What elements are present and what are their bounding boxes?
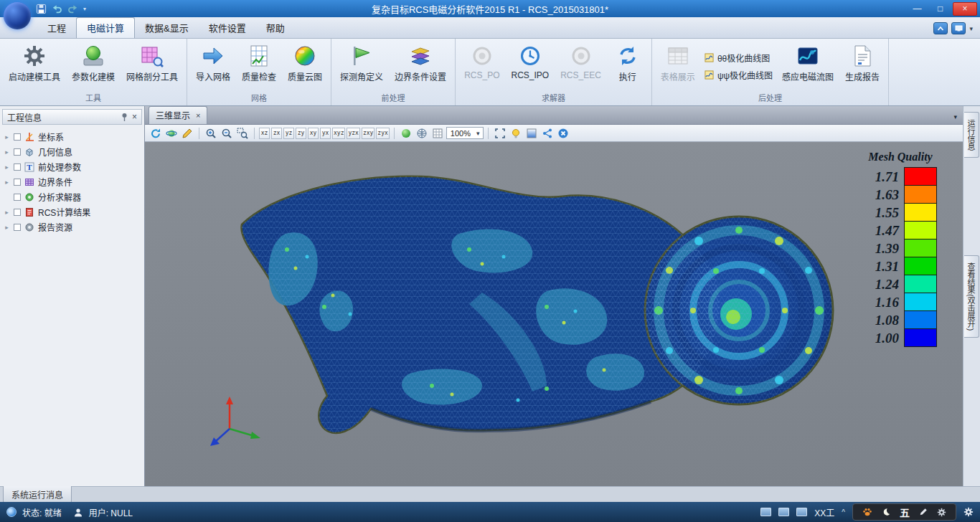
undo-icon[interactable]: [52, 4, 62, 14]
share-export-icon[interactable]: [540, 126, 555, 140]
theta-polarization-curve-button[interactable]: θθ极化曲线图: [702, 51, 776, 65]
tray-gear-icon[interactable]: [937, 508, 946, 517]
rcs-eec-button[interactable]: RCS_EEC: [555, 41, 606, 82]
quality-check-button[interactable]: 质量检查: [237, 41, 281, 84]
item-checkbox[interactable]: [14, 194, 21, 201]
zoom-out-icon[interactable]: [220, 126, 234, 140]
import-mesh-button[interactable]: 导入网格: [191, 41, 235, 84]
tree-item-rcs-results[interactable]: ▸ RCS计算结果: [0, 204, 144, 219]
tree-item-report-resources[interactable]: ▸ 报告资源: [0, 219, 144, 234]
redo-icon[interactable]: [67, 4, 78, 14]
light-icon[interactable]: [509, 126, 523, 140]
pencil-icon[interactable]: [180, 126, 194, 140]
item-checkbox[interactable]: [14, 148, 21, 156]
background-color-icon[interactable]: [524, 126, 539, 140]
zoom-level-select[interactable]: 100% ▾: [446, 127, 484, 139]
settings-gear-icon[interactable]: [963, 507, 974, 517]
run-info-tab[interactable]: 运行信息: [964, 112, 979, 158]
window-icon[interactable]: [796, 508, 807, 516]
generate-report-button[interactable]: 生成报告: [840, 41, 885, 84]
maximize-button[interactable]: □: [930, 2, 951, 16]
view-preset-button[interactable]: xz: [259, 128, 270, 139]
view-preset-button[interactable]: zxy: [362, 128, 374, 139]
brush-icon[interactable]: [919, 508, 928, 516]
tab-data-display[interactable]: 数据&显示: [135, 18, 199, 38]
tab-em-computation[interactable]: 电磁计算: [76, 17, 135, 38]
3d-viewport[interactable]: Mesh Quality 1.71 1.63 1.55 1.47 1.39 1.…: [145, 142, 963, 486]
pin-icon[interactable]: [121, 113, 128, 122]
quality-cloud-map-button[interactable]: 质量云图: [283, 41, 327, 84]
tab-software-settings[interactable]: 软件设置: [199, 18, 256, 38]
moon-icon[interactable]: [882, 508, 890, 516]
tree-item-analysis-solver[interactable]: ▸ 分析求解器: [0, 189, 144, 204]
expander-icon[interactable]: ▸: [4, 148, 10, 156]
tree-item-geometry-info[interactable]: ▸ 几何信息: [0, 144, 144, 159]
expander-icon[interactable]: ▸: [4, 179, 10, 186]
rcs-ipo-button[interactable]: RCS_IPO: [506, 41, 554, 82]
close-button[interactable]: ×: [953, 2, 977, 16]
item-checkbox[interactable]: [14, 163, 21, 171]
minimize-button[interactable]: —: [907, 2, 928, 16]
view-results-tab[interactable]: 查看结果(双击展开): [964, 255, 979, 338]
induction-current-map-button[interactable]: 感应电磁流图: [777, 41, 839, 84]
psi-polarization-curve-button[interactable]: ψψ极化曲线图: [702, 68, 776, 82]
tab-label: 三维显示: [156, 109, 190, 121]
tree-item-coordinate-system[interactable]: ▸ 坐标系: [0, 129, 144, 144]
view-preset-button[interactable]: zy: [296, 128, 306, 139]
tree-item-preprocess-params[interactable]: ▸ T 前处理参数: [0, 159, 144, 174]
view-preset-button[interactable]: yz: [283, 128, 294, 139]
item-checkbox[interactable]: [14, 179, 21, 186]
panel-dropdown-icon[interactable]: ▾: [969, 25, 973, 32]
wireframe-view-icon[interactable]: [415, 126, 429, 140]
view-preset-button[interactable]: yzx: [347, 128, 359, 139]
probe-angle-define-button[interactable]: 探测角定义: [335, 41, 388, 84]
expander-icon[interactable]: ▸: [4, 209, 10, 216]
tree-item-boundary-conditions[interactable]: ▸ 边界条件: [0, 174, 144, 189]
ime-badge[interactable]: 五: [900, 505, 910, 519]
mesh-partition-tool-button[interactable]: 网格剖分工具: [121, 41, 183, 84]
tab-list-dropdown-icon[interactable]: ▾: [953, 113, 957, 120]
launch-modeling-tool-button[interactable]: 启动建模工具: [4, 41, 65, 84]
tray-expand-icon[interactable]: ^: [842, 508, 845, 516]
expander-icon[interactable]: ▸: [4, 163, 10, 171]
app-logo[interactable]: [4, 2, 31, 29]
shaded-view-icon[interactable]: [399, 126, 413, 140]
zoom-in-icon[interactable]: [204, 126, 218, 140]
window-icon[interactable]: [778, 508, 789, 516]
item-checkbox[interactable]: [14, 224, 21, 231]
tab-close-icon[interactable]: ×: [196, 111, 200, 120]
item-checkbox[interactable]: [14, 209, 21, 216]
parametric-modeling-button[interactable]: 参数化建模: [67, 41, 120, 84]
item-checkbox[interactable]: [14, 133, 21, 141]
display-panel-icon[interactable]: [951, 22, 966, 34]
panel-close-icon[interactable]: ×: [132, 112, 137, 122]
qat-dropdown-icon[interactable]: ▾: [83, 6, 86, 12]
execute-button[interactable]: 执行: [608, 41, 648, 84]
view-preset-button[interactable]: zyx: [376, 128, 389, 139]
table-display-button[interactable]: 表格展示: [656, 41, 700, 84]
tab-project[interactable]: 工程: [37, 18, 76, 38]
system-messages-tab[interactable]: 系统运行消息: [3, 486, 72, 503]
tree-item-label: 几何信息: [38, 146, 72, 158]
expander-icon[interactable]: ▸: [4, 224, 10, 231]
view-preset-button[interactable]: xyz: [332, 128, 345, 139]
tab-help[interactable]: 帮助: [256, 18, 295, 38]
save-icon[interactable]: [36, 4, 47, 14]
fit-view-icon[interactable]: [493, 126, 507, 140]
boundary-condition-settings-button[interactable]: 边界条件设置: [390, 41, 451, 84]
view-preset-button[interactable]: xy: [308, 128, 319, 139]
tray-label[interactable]: XX工: [814, 506, 834, 518]
tab-3d-display[interactable]: 三维显示 ×: [149, 106, 207, 124]
window-icon[interactable]: [760, 508, 771, 516]
view-preset-button[interactable]: yx: [320, 128, 331, 139]
view-preset-button[interactable]: zx: [271, 128, 282, 139]
zoom-window-icon[interactable]: [235, 126, 250, 140]
collapse-ribbon-icon[interactable]: [933, 22, 948, 34]
rcs-po-button[interactable]: RCS_PO: [459, 41, 504, 82]
expander-icon[interactable]: ▸: [4, 133, 10, 141]
orbit-icon[interactable]: [164, 126, 179, 140]
paw-icon[interactable]: [862, 508, 872, 516]
rotate-view-icon[interactable]: [149, 126, 163, 140]
stop-close-icon[interactable]: [556, 126, 570, 140]
grid-view-icon[interactable]: [430, 126, 445, 140]
